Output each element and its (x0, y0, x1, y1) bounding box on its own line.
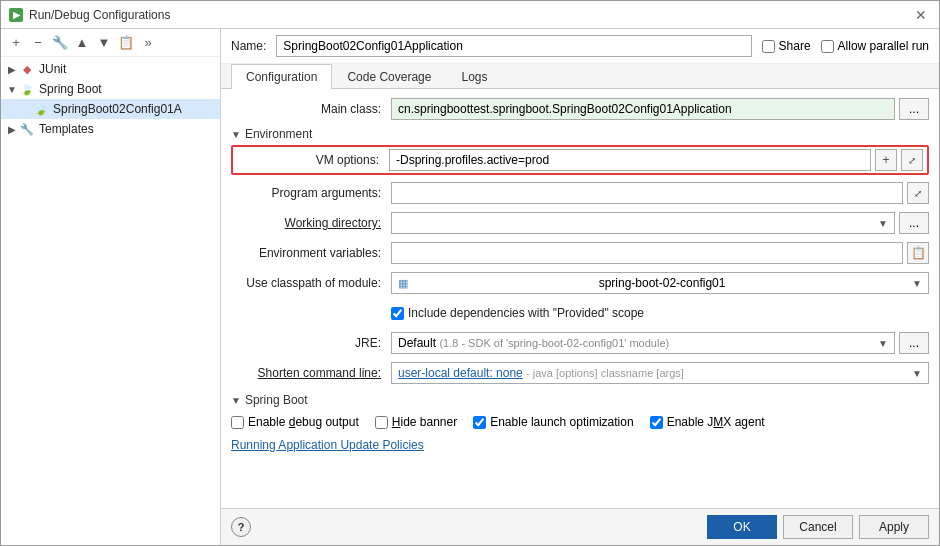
dialog-title: Run/Debug Configurations (29, 8, 170, 22)
run-debug-dialog: ▶ Run/Debug Configurations ✕ + − 🔧 ▲ ▼ 📋… (0, 0, 940, 546)
share-label: Share (779, 39, 811, 53)
springboot-section-header: ▼ Spring Boot (231, 393, 929, 407)
sidebar-item-junit[interactable]: ▶ ◆ JUnit (1, 59, 220, 79)
vm-options-input[interactable] (389, 149, 871, 171)
running-app-row: Running Application Update Policies (231, 433, 929, 457)
remove-button[interactable]: − (29, 34, 47, 52)
enable-jmx-option[interactable]: Enable JMX agent (650, 415, 765, 429)
working-dir-browse-button[interactable]: ... (899, 212, 929, 234)
add-button[interactable]: + (7, 34, 25, 52)
enable-debug-checkbox[interactable] (231, 416, 244, 429)
environment-section-header: ▼ Environment (231, 127, 929, 141)
jre-row: JRE: Default (1.8 - SDK of 'spring-boot-… (231, 331, 929, 355)
env-vars-label: Environment variables: (231, 246, 391, 260)
expand-config-icon (19, 102, 33, 116)
move-up-button[interactable]: ▲ (73, 34, 91, 52)
main-class-input[interactable] (391, 98, 895, 120)
help-button[interactable]: ? (231, 517, 251, 537)
sidebar-toolbar: + − 🔧 ▲ ▼ 📋 » (1, 29, 220, 57)
running-app-link[interactable]: Running Application Update Policies (231, 438, 424, 452)
sidebar-item-springboot[interactable]: ▼ 🍃 Spring Boot (1, 79, 220, 99)
enable-launch-checkbox[interactable] (473, 416, 486, 429)
vm-options-label: VM options: (237, 153, 389, 167)
sidebar-item-config01[interactable]: 🍃 SpringBoot02Config01A (1, 99, 220, 119)
working-dir-label: Working directory: (231, 216, 391, 230)
hide-banner-option[interactable]: Hide banner (375, 415, 457, 429)
tab-logs[interactable]: Logs (446, 64, 502, 89)
hide-banner-label: Hide banner (392, 415, 457, 429)
program-args-label: Program arguments: (231, 186, 391, 200)
main-class-label: Main class: (231, 102, 391, 116)
shorten-row: Shorten command line: user-local default… (231, 361, 929, 385)
include-deps-checkbox[interactable] (391, 307, 404, 320)
springboot-options-row: Enable debug output Hide banner Enable l… (231, 411, 929, 433)
working-dir-arrow: ▼ (878, 218, 888, 229)
apply-button[interactable]: Apply (859, 515, 929, 539)
title-bar: ▶ Run/Debug Configurations ✕ (1, 1, 939, 29)
expand-springboot-icon: ▼ (5, 82, 19, 96)
sidebar: + − 🔧 ▲ ▼ 📋 » ▶ ◆ JUnit ▼ (1, 29, 221, 545)
move-down-button[interactable]: ▼ (95, 34, 113, 52)
shorten-dropdown[interactable]: user-local default: none - java [options… (391, 362, 929, 384)
sidebar-item-config01-label: SpringBoot02Config01A (53, 102, 182, 116)
program-args-expand-button[interactable]: ⤢ (907, 182, 929, 204)
jre-label: JRE: (231, 336, 391, 350)
sidebar-item-springboot-label: Spring Boot (39, 82, 102, 96)
env-vars-row: Environment variables: 📋 (231, 241, 929, 265)
jre-dropdown[interactable]: Default (1.8 - SDK of 'spring-boot-02-co… (391, 332, 895, 354)
env-vars-field: 📋 (391, 242, 929, 264)
name-options: Share Allow parallel run (762, 39, 929, 53)
classpath-arrow: ▼ (912, 278, 922, 289)
environment-section-label: Environment (245, 127, 312, 141)
enable-jmx-label: Enable JMX agent (667, 415, 765, 429)
env-vars-browse-button[interactable]: 📋 (907, 242, 929, 264)
bottom-left: ? (231, 517, 251, 537)
parallel-option[interactable]: Allow parallel run (821, 39, 929, 53)
classpath-dropdown[interactable]: ▦ spring-boot-02-config01 ▼ (391, 272, 929, 294)
working-dir-field: ▼ ... (391, 212, 929, 234)
environment-collapse-icon[interactable]: ▼ (231, 129, 241, 140)
program-args-field: ⤢ (391, 182, 929, 204)
enable-launch-label: Enable launch optimization (490, 415, 633, 429)
shorten-field: user-local default: none - java [options… (391, 362, 929, 384)
expand-templates-icon: ▶ (5, 122, 19, 136)
name-input[interactable] (276, 35, 751, 57)
cancel-button[interactable]: Cancel (783, 515, 853, 539)
program-args-input[interactable] (391, 182, 903, 204)
ok-button[interactable]: OK (707, 515, 777, 539)
main-class-browse-button[interactable]: ... (899, 98, 929, 120)
working-dir-dropdown[interactable]: ▼ (391, 212, 895, 234)
parallel-checkbox[interactable] (821, 40, 834, 53)
program-args-row: Program arguments: ⤢ (231, 181, 929, 205)
bottom-bar: ? OK Cancel Apply (221, 508, 939, 545)
sidebar-tree: ▶ ◆ JUnit ▼ 🍃 Spring Boot 🍃 SpringBoot02… (1, 57, 220, 545)
enable-launch-option[interactable]: Enable launch optimization (473, 415, 633, 429)
more-button[interactable]: » (139, 34, 157, 52)
name-label: Name: (231, 39, 266, 53)
vm-options-add-button[interactable]: + (875, 149, 897, 171)
jre-browse-button[interactable]: ... (899, 332, 929, 354)
copy-button[interactable]: 📋 (117, 34, 135, 52)
tab-code-coverage[interactable]: Code Coverage (332, 64, 446, 89)
enable-jmx-checkbox[interactable] (650, 416, 663, 429)
include-deps-label: Include dependencies with "Provided" sco… (408, 306, 644, 320)
include-deps-option[interactable]: Include dependencies with "Provided" sco… (391, 306, 644, 320)
enable-debug-option[interactable]: Enable debug output (231, 415, 359, 429)
vm-options-expand-button[interactable]: ⤢ (901, 149, 923, 171)
settings-button[interactable]: 🔧 (51, 34, 69, 52)
dialog-icon: ▶ (9, 8, 23, 22)
main-panel: Name: Share Allow parallel run C (221, 29, 939, 545)
tab-configuration[interactable]: Configuration (231, 64, 332, 89)
share-checkbox[interactable] (762, 40, 775, 53)
env-vars-input[interactable] (391, 242, 903, 264)
main-class-row: Main class: ... (231, 97, 929, 121)
springboot-collapse-icon[interactable]: ▼ (231, 395, 241, 406)
junit-icon: ◆ (19, 61, 35, 77)
working-dir-row: Working directory: ▼ ... (231, 211, 929, 235)
close-button[interactable]: ✕ (911, 7, 931, 23)
hide-banner-checkbox[interactable] (375, 416, 388, 429)
share-option[interactable]: Share (762, 39, 811, 53)
classpath-module-icon: ▦ (398, 277, 408, 290)
templates-icon: 🔧 (19, 121, 35, 137)
sidebar-item-templates[interactable]: ▶ 🔧 Templates (1, 119, 220, 139)
